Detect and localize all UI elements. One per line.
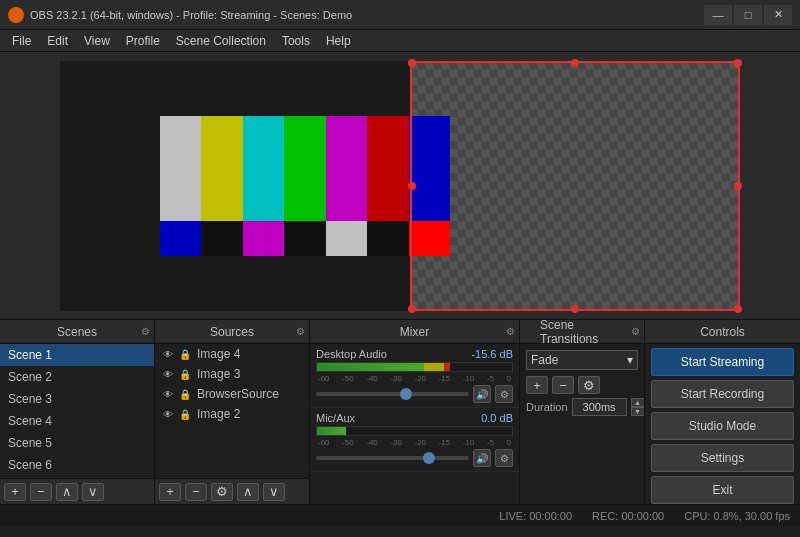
scene-up-button[interactable]: ∧ [56, 483, 78, 501]
lock-icon-1[interactable]: 🔒 [179, 349, 191, 360]
scene-item-3[interactable]: Scene 3 [0, 388, 154, 410]
mixer-content: Desktop Audio -15.6 dB -60-50-40-30-20-1… [310, 344, 519, 504]
transition-add-button[interactable]: + [526, 376, 548, 394]
duration-up-button[interactable]: ▲ [631, 398, 644, 407]
title-bar: OBS 23.2.1 (64-bit, windows) - Profile: … [0, 0, 800, 30]
desktop-audio-settings[interactable]: ⚙ [495, 385, 513, 403]
scene-item-2[interactable]: Scene 2 [0, 366, 154, 388]
mic-scale-labels: -60-50-40-30-20-15-10-50 [316, 438, 513, 447]
transition-remove-button[interactable]: − [552, 376, 574, 394]
live-status: LIVE: 00:00:00 [499, 510, 572, 522]
mic-aux-settings[interactable]: ⚙ [495, 449, 513, 467]
sources-footer: + − ⚙ ∧ ∨ [155, 478, 309, 504]
desktop-audio-meter [316, 362, 513, 372]
mixer-header: Mixer ⚙ [310, 320, 519, 344]
settings-button[interactable]: Settings [651, 444, 794, 472]
duration-label: Duration [526, 401, 568, 413]
lock-icon-2[interactable]: 🔒 [179, 369, 191, 380]
mic-aux-db: 0.0 dB [481, 412, 513, 424]
source-item-2[interactable]: 👁 🔒 Image 3 [155, 364, 309, 384]
menu-file[interactable]: File [4, 32, 39, 50]
desktop-audio-slider-thumb[interactable] [400, 388, 412, 400]
duration-down-button[interactable]: ▼ [631, 407, 644, 416]
main-preview-canvas [60, 61, 740, 311]
mic-aux-slider-thumb[interactable] [423, 452, 435, 464]
eye-icon-3[interactable]: 👁 [163, 389, 173, 400]
sources-config-icon[interactable]: ⚙ [296, 326, 305, 337]
minimize-button[interactable]: — [704, 5, 732, 25]
source-down-button[interactable]: ∨ [263, 483, 285, 501]
source-label-3: BrowserSource [197, 387, 279, 401]
start-recording-button[interactable]: Start Recording [651, 380, 794, 408]
transitions-title: Scene Transitions [540, 318, 624, 346]
desktop-audio-slider[interactable] [316, 392, 469, 396]
desktop-audio-label: Desktop Audio [316, 348, 387, 360]
sources-title: Sources [210, 325, 254, 339]
source-up-button[interactable]: ∧ [237, 483, 259, 501]
scenes-list: Scene 1 Scene 2 Scene 3 Scene 4 Scene 5 … [0, 344, 154, 478]
level-yellow-1 [424, 363, 444, 371]
cb-cyan [243, 116, 284, 221]
maximize-button[interactable]: □ [734, 5, 762, 25]
cb-red [367, 116, 408, 221]
checkerboard-background [410, 61, 740, 311]
scene-remove-button[interactable]: − [30, 483, 52, 501]
eye-icon-4[interactable]: 👁 [163, 409, 173, 420]
transition-settings-button[interactable]: ⚙ [578, 376, 600, 394]
start-streaming-button[interactable]: Start Streaming [651, 348, 794, 376]
exit-button[interactable]: Exit [651, 476, 794, 504]
scene-item-5[interactable]: Scene 5 [0, 432, 154, 454]
mic-aux-mute[interactable]: 🔊 [473, 449, 491, 467]
mixer-config-icon[interactable]: ⚙ [506, 326, 515, 337]
transitions-config-icon[interactable]: ⚙ [631, 326, 640, 337]
scene-item-6[interactable]: Scene 6 [0, 454, 154, 476]
scene-down-button[interactable]: ∨ [82, 483, 104, 501]
scene-add-button[interactable]: + [4, 483, 26, 501]
cb-blue [409, 116, 450, 221]
menu-tools[interactable]: Tools [274, 32, 318, 50]
menu-view[interactable]: View [76, 32, 118, 50]
source-settings-button[interactable]: ⚙ [211, 483, 233, 501]
duration-input[interactable] [572, 398, 627, 416]
menu-scene-collection[interactable]: Scene Collection [168, 32, 274, 50]
source-item-4[interactable]: 👁 🔒 Image 2 [155, 404, 309, 424]
scenes-panel: Scenes ⚙ Scene 1 Scene 2 Scene 3 Scene 4… [0, 320, 155, 504]
scenes-config-icon[interactable]: ⚙ [141, 326, 150, 337]
lock-icon-3[interactable]: 🔒 [179, 389, 191, 400]
colorbars-bottom-row [160, 221, 450, 256]
scene-item-4[interactable]: Scene 4 [0, 410, 154, 432]
transition-selected-label: Fade [531, 353, 558, 367]
menu-edit[interactable]: Edit [39, 32, 76, 50]
mic-aux-slider[interactable] [316, 456, 469, 460]
sources-list: 👁 🔒 Image 4 👁 🔒 Image 3 👁 🔒 BrowserSourc… [155, 344, 309, 478]
close-button[interactable]: ✕ [764, 5, 792, 25]
preview-area[interactable] [0, 52, 800, 319]
transition-selector[interactable]: Fade ▾ [526, 350, 638, 370]
cb-gray [160, 116, 201, 221]
source-add-button[interactable]: + [159, 483, 181, 501]
studio-mode-button[interactable]: Studio Mode [651, 412, 794, 440]
lock-icon-4[interactable]: 🔒 [179, 409, 191, 420]
mic-aux-label: Mic/Aux [316, 412, 355, 424]
menu-help[interactable]: Help [318, 32, 359, 50]
cb2-red [409, 221, 450, 256]
source-item-1[interactable]: 👁 🔒 Image 4 [155, 344, 309, 364]
scene-item-1[interactable]: Scene 1 [0, 344, 154, 366]
scenes-footer: + − ∧ ∨ [0, 478, 154, 504]
menu-profile[interactable]: Profile [118, 32, 168, 50]
level-red-1 [444, 363, 450, 371]
controls-content: Start Streaming Start Recording Studio M… [645, 344, 800, 504]
source-label-2: Image 3 [197, 367, 240, 381]
color-bars-source [160, 116, 450, 256]
eye-icon-2[interactable]: 👁 [163, 369, 173, 380]
cb2-gray [326, 221, 367, 256]
cb2-blue [160, 221, 201, 256]
scenes-title: Scenes [57, 325, 97, 339]
mic-aux-name-row: Mic/Aux 0.0 dB [316, 412, 513, 424]
chevron-down-icon: ▾ [627, 353, 633, 367]
source-label-1: Image 4 [197, 347, 240, 361]
source-remove-button[interactable]: − [185, 483, 207, 501]
source-item-3[interactable]: 👁 🔒 BrowserSource [155, 384, 309, 404]
eye-icon-1[interactable]: 👁 [163, 349, 173, 360]
desktop-audio-mute[interactable]: 🔊 [473, 385, 491, 403]
